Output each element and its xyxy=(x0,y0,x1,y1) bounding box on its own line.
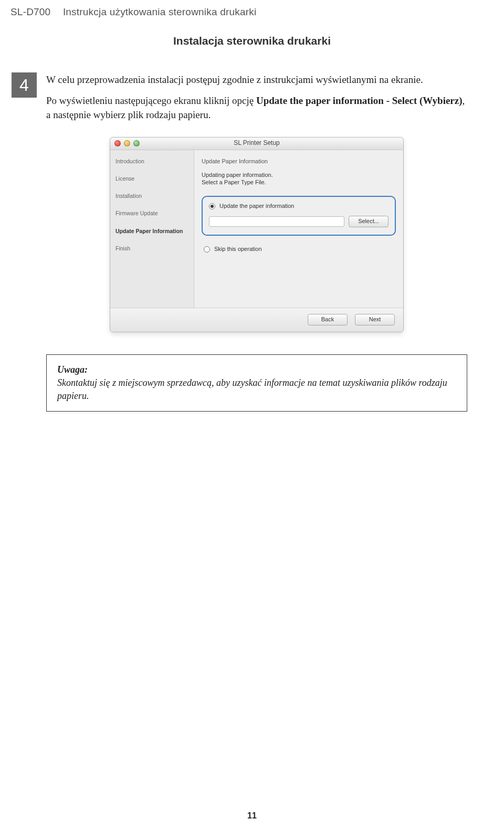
sidebar-item-finish: Finish xyxy=(116,245,188,253)
step-para-2: Po wyświetleniu następującego ekranu kli… xyxy=(46,93,467,122)
radio-selected-icon[interactable] xyxy=(209,203,215,209)
step-body: W celu przeprowadzenia instalacji postęp… xyxy=(46,72,467,412)
highlighted-option-box: Update the paper information Select... xyxy=(202,196,396,236)
step-number-badge: 4 xyxy=(12,72,37,98)
note-text: Skontaktuj się z miejscowym sprzedawcą, … xyxy=(57,376,456,403)
back-button[interactable]: Back xyxy=(308,314,348,325)
option-skip-label: Skip this operation xyxy=(214,245,262,254)
note-title: Uwaga: xyxy=(57,363,456,376)
step-4: 4 W celu przeprowadzenia instalacji post… xyxy=(37,72,467,412)
model-code: SL-D700 xyxy=(10,6,50,17)
sidebar-item-introduction: Introduction xyxy=(116,157,188,165)
select-button[interactable]: Select... xyxy=(349,216,388,227)
note-box: Uwaga: Skontaktuj się z miejscowym sprze… xyxy=(46,354,467,412)
pane-subtext: Updating paper information. Select a Pap… xyxy=(202,171,396,187)
minimize-icon[interactable] xyxy=(124,140,130,146)
sidebar-item-update-paper-info: Update Paper Information xyxy=(116,227,188,235)
installer-dialog: SL Printer Setup Introduction License In… xyxy=(110,137,404,332)
zoom-icon[interactable] xyxy=(133,140,140,146)
next-button[interactable]: Next xyxy=(355,314,395,325)
window-controls[interactable] xyxy=(114,140,140,146)
window-title: SL Printer Setup xyxy=(234,139,280,148)
close-icon[interactable] xyxy=(114,140,121,146)
option-skip-operation[interactable]: Skip this operation xyxy=(204,245,396,254)
option-update-label: Update the paper information xyxy=(219,202,294,211)
radio-unselected-icon[interactable] xyxy=(204,246,210,253)
running-header: SL-D700 Instrukcja użytkowania sterownik… xyxy=(10,6,467,18)
sidebar-item-firmware-update: Firmware Update xyxy=(116,209,188,217)
step-para-1: W celu przeprowadzenia instalacji postęp… xyxy=(46,72,467,87)
option-update-paper-info[interactable]: Update the paper information xyxy=(209,202,388,211)
doc-title: Instrukcja użytkowania sterownika drukar… xyxy=(63,6,257,17)
sidebar-item-license: License xyxy=(116,175,188,183)
titlebar: SL Printer Setup xyxy=(110,138,403,150)
paper-file-path-input[interactable] xyxy=(209,216,344,227)
section-title: Instalacja sterownika drukarki xyxy=(37,35,467,47)
sidebar-item-installation: Installation xyxy=(116,192,188,200)
installer-sidebar: Introduction License Installation Firmwa… xyxy=(110,150,194,308)
page-number: 11 xyxy=(0,811,504,821)
pane-header: Update Paper Information xyxy=(202,157,396,166)
dialog-footer: Back Next xyxy=(110,308,403,332)
installer-pane: Update Paper Information Updating paper … xyxy=(194,150,403,308)
